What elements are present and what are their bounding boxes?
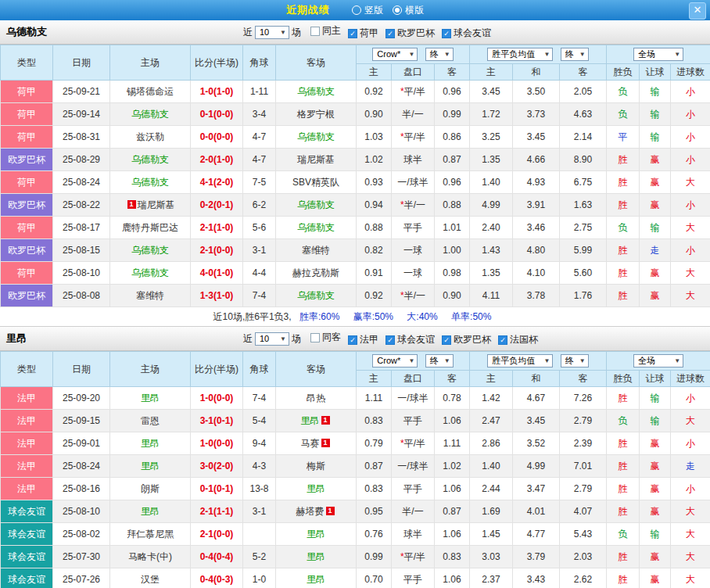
fulltime-select[interactable]: 全场 [633,354,683,368]
filter-checkbox[interactable] [385,335,395,345]
home-team-link[interactable]: 乌德勒支 [110,103,191,126]
fulltime-select[interactable]: 全场 [633,48,683,61]
euro-away-odds: 5.99 [560,239,607,262]
home-team-link[interactable]: 汉堡 [110,568,191,588]
away-team-link[interactable]: 乌德勒支 [276,194,357,217]
away-team-link[interactable]: 里昂 [276,568,357,588]
team-header-bar: 里昂 近 10 场 同客法甲球会友谊欧罗巴杯法国杯 [0,327,710,351]
filter-checkbox[interactable] [442,29,451,38]
final-odds-select[interactable]: 终 [425,354,454,368]
close-button[interactable]: ✕ [689,2,706,20]
away-team-link[interactable]: 赫塔费1 [276,500,357,523]
handicap-away-odds: 0.90 [435,285,470,307]
away-team-link[interactable]: SBV精英队 [276,171,357,194]
filter-checkbox[interactable] [348,29,357,38]
home-team-link[interactable]: 里昂 [110,432,191,455]
away-team-link[interactable]: 乌德勒支 [276,217,357,239]
home-team-link[interactable]: 里昂 [110,455,191,478]
filter-checkbox[interactable] [385,29,395,38]
away-team-link[interactable]: 乌德勒支 [276,81,357,103]
home-team-link[interactable]: 乌德勒支 [110,262,191,285]
odds-company-select[interactable]: Crow* [372,354,418,368]
horizontal-layout-radio[interactable] [393,5,402,15]
corner-score: 7-4 [243,285,276,307]
final-average-select[interactable]: 终 [561,48,589,61]
home-team-link[interactable]: 塞维特 [110,285,191,307]
away-team-link[interactable]: 里昂1 [276,410,357,432]
away-team-link[interactable]: 格罗宁根 [276,103,357,126]
away-team-link[interactable]: 乌德勒支 [276,126,357,149]
away-team-link[interactable]: 里昂 [276,523,357,546]
match-count-select[interactable]: 10 [255,26,289,39]
euro-draw-odds: 3.45 [513,126,560,149]
final-average-select[interactable]: 终 [561,354,589,368]
team-link-text: 马赛 [301,438,320,449]
away-team-link[interactable]: 赫拉克勒斯 [276,262,357,285]
handicap-away-odds: 0.86 [435,126,470,149]
odds-company-select[interactable]: Crow* [372,48,418,61]
odd-rate: 单率:50% [451,311,491,322]
home-team-link[interactable]: 1瑞尼斯基 [110,194,191,217]
home-team-link[interactable]: 兹沃勒 [110,126,191,149]
filter-checkbox[interactable] [442,335,451,345]
away-team-link[interactable]: 里昂 [276,478,357,500]
home-team-link[interactable]: 马略卡(中) [110,546,191,568]
match-count-select[interactable]: 10 [255,332,289,346]
col-score: 比分(半场) [191,45,243,81]
red-card-badge: 1 [326,507,335,515]
wdl-average-select[interactable]: 胜平负均值 [487,354,553,368]
euro-away-odds: 1.63 [560,194,607,217]
filter-checkbox[interactable] [310,333,320,342]
handicap-result: 输 [640,523,671,546]
euro-away-odds: 4.07 [560,500,607,523]
away-team-link[interactable]: 里昂 [276,546,357,568]
handicap-line: 一球 [392,262,435,285]
handicap-line: 半/一 [392,500,435,523]
euro-draw-odds: 3.47 [513,478,560,500]
away-team-link[interactable]: 马赛1 [276,432,357,455]
wdl-average-select[interactable]: 胜平负均值 [487,48,553,61]
home-team-link[interactable]: 拜仁慕尼黑 [110,523,191,546]
over-rate: 大:40% [407,311,437,322]
home-team-link[interactable]: 锡塔德命运 [110,81,191,103]
home-team-link[interactable]: 乌德勒支 [110,171,191,194]
filter-label: 荷甲 [360,27,378,40]
euro-draw-odds: 3.73 [513,103,560,126]
away-team-link[interactable]: 梅斯 [276,455,357,478]
euro-away-odds: 7.01 [560,455,607,478]
away-team-link[interactable]: 瑞尼斯基 [276,149,357,171]
corner-score: 5-2 [243,546,276,568]
match-score: 4-1(2-0) [191,171,243,194]
handicap-away-odds: 1.02 [435,455,470,478]
vertical-layout-radio[interactable] [352,5,361,15]
home-team-link[interactable]: 里昂 [110,500,191,523]
match-row: 荷甲25-09-14乌德勒支0-1(0-0)3-4格罗宁根0.90半/一0.99… [1,103,710,126]
home-team-link[interactable]: 雷恩 [110,410,191,432]
filter-checkbox[interactable] [498,335,507,345]
handicap-away-odds: 0.88 [435,194,470,217]
filter-checkbox[interactable] [348,335,357,345]
handicap-line: 球半 [392,149,435,171]
handicap-line: 平手 [392,217,435,239]
handicap-home-odds: 1.11 [357,387,392,410]
team-link-text: 乌德勒支 [297,131,335,142]
away-team-link[interactable]: 昂热 [276,387,357,410]
away-team-link[interactable]: 塞维特 [276,239,357,262]
match-type-badge: 法甲 [1,410,53,432]
match-date: 25-08-17 [53,217,110,239]
away-team-link[interactable]: 乌德勒支 [276,285,357,307]
final-odds-select[interactable]: 终 [425,48,454,61]
euro-draw-odds: 3.91 [513,194,560,217]
team-link-text: 里昂 [141,393,160,403]
home-team-link[interactable]: 朗斯 [110,478,191,500]
home-team-link[interactable]: 乌德勒支 [110,239,191,262]
home-team-link[interactable]: 里昂 [110,387,191,410]
team-section-utrecht: 乌德勒支 近 10 场 同主荷甲欧罗巴杯球会友谊 类型 日期 主场 比分( [0,20,710,327]
match-score: 3-0(2-0) [191,455,243,478]
home-team-link[interactable]: 鹿特丹斯巴达 [110,217,191,239]
home-team-link[interactable]: 乌德勒支 [110,149,191,171]
filter-checkbox[interactable] [310,27,320,36]
match-score: 2-0(1-0) [191,149,243,171]
goals-result: 大 [671,410,710,432]
euro-home-odds: 1.35 [470,262,513,285]
